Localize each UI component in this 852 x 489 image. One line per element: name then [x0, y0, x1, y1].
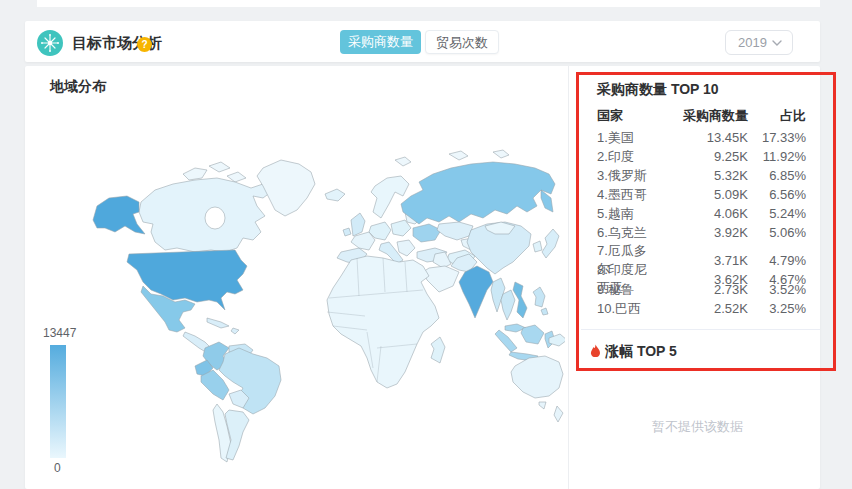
- row-share: 6.56%: [748, 187, 806, 202]
- chevron-down-icon: [772, 40, 782, 46]
- row-count: 5.09K: [658, 187, 748, 202]
- previous-card-bottom-edge: [37, 0, 820, 7]
- col-country: 国家: [597, 107, 658, 125]
- empty-state-text: 暂不提供该数据: [575, 418, 820, 436]
- table-row: 5.越南 4.06K 5.24%: [597, 204, 806, 223]
- row-country: 6.乌克兰: [597, 224, 658, 242]
- map-country-brazil[interactable]: [219, 348, 281, 414]
- map-country-australia[interactable]: [511, 356, 563, 398]
- map-hudson-bay: [205, 207, 225, 229]
- row-count: 13.45K: [658, 130, 748, 145]
- row-share: 3.52%: [748, 282, 806, 297]
- table-row: 9.秘鲁 2.73K 3.52%: [597, 280, 806, 299]
- map-country-japan[interactable]: [542, 229, 559, 258]
- row-count: 2.73K: [658, 282, 748, 297]
- row-count: 3.71K: [658, 253, 748, 268]
- map-country-madagascar[interactable]: [431, 337, 445, 363]
- row-share: 4.79%: [748, 253, 806, 268]
- snowflake-icon: [37, 30, 63, 56]
- map-country-philippines[interactable]: [533, 287, 548, 315]
- row-country: 3.俄罗斯: [597, 167, 658, 185]
- table-row: 6.乌克兰 3.92K 5.06%: [597, 223, 806, 242]
- table-row: 7.厄瓜多尔 3.71K 4.79%: [597, 242, 806, 261]
- table-row: 4.墨西哥 5.09K 6.56%: [597, 185, 806, 204]
- row-country: 5.越南: [597, 205, 658, 223]
- map-country-russia[interactable]: [401, 162, 555, 224]
- map-country-usa-alaska[interactable]: [93, 196, 145, 234]
- row-country: 2.印度: [597, 148, 658, 166]
- dashboard-page: 目标市场分析 ? 采购商数量 贸易次数 2019 地域分布: [0, 0, 852, 489]
- table-row: 10.巴西 2.52K 3.25%: [597, 299, 806, 318]
- map-country-ukraine[interactable]: [413, 224, 441, 242]
- map-country-saudi-arabia[interactable]: [423, 266, 459, 292]
- map-country-indonesia[interactable]: [495, 325, 555, 361]
- map-country-tasmania[interactable]: [539, 402, 546, 409]
- map-country-thailand[interactable]: [501, 290, 515, 320]
- row-share: 6.85%: [748, 168, 806, 183]
- table-row: 2.印度 9.25K 11.92%: [597, 147, 806, 166]
- row-share: 3.25%: [748, 301, 806, 316]
- map-country-kazakhstan[interactable]: [437, 222, 473, 240]
- map-legend-min: 0: [54, 461, 61, 475]
- row-country: 9.秘鲁: [597, 281, 658, 299]
- row-count: 9.25K: [658, 149, 748, 164]
- map-section-title: 地域分布: [50, 78, 106, 96]
- top10-header-row: 国家 采购商数量 占比: [597, 106, 806, 126]
- row-count: 2.52K: [658, 301, 748, 316]
- map-country-greenland[interactable]: [257, 160, 315, 216]
- table-row: 1.美国 13.45K 17.33%: [597, 128, 806, 147]
- table-row: 3.俄罗斯 5.32K 6.85%: [597, 166, 806, 185]
- world-choropleth-map[interactable]: [65, 140, 565, 480]
- col-count: 采购商数量: [658, 107, 748, 125]
- row-country: 4.墨西哥: [597, 186, 658, 204]
- map-legend-gradient: [50, 345, 66, 458]
- map-country-iceland[interactable]: [325, 189, 345, 201]
- module-brand-icon: [37, 30, 63, 56]
- row-country: 10.巴西: [597, 300, 658, 318]
- row-share: 11.92%: [748, 149, 806, 164]
- map-country-new-zealand[interactable]: [554, 406, 563, 422]
- growth-title: 涨幅 TOP 5: [605, 343, 677, 361]
- help-icon[interactable]: ?: [137, 37, 152, 52]
- map-country-iraq[interactable]: [433, 252, 451, 268]
- row-count: 5.32K: [658, 168, 748, 183]
- map-country-korea[interactable]: [533, 241, 542, 252]
- map-country-india[interactable]: [459, 266, 493, 318]
- row-count: 4.06K: [658, 206, 748, 221]
- row-count: 3.92K: [658, 225, 748, 240]
- year-dropdown-value: 2019: [738, 35, 767, 50]
- row-country: 1.美国: [597, 129, 658, 147]
- top10-table: 国家 采购商数量 占比 1.美国 13.45K 17.33% 2.印度 9.25…: [597, 106, 806, 318]
- col-share: 占比: [748, 107, 806, 125]
- growth-section-header: 涨幅 TOP 5: [589, 343, 677, 361]
- map-region-caribbean[interactable]: [207, 318, 239, 334]
- row-share: 5.24%: [748, 206, 806, 221]
- map-legend-max: 13447: [43, 326, 76, 340]
- row-share: 17.33%: [748, 130, 806, 145]
- map-country-uk[interactable]: [343, 213, 365, 236]
- row-share: 5.06%: [748, 225, 806, 240]
- map-region-africa[interactable]: [327, 256, 439, 388]
- tab-buyer-count[interactable]: 采购商数量: [340, 30, 421, 54]
- map-region-balkans[interactable]: [397, 240, 415, 256]
- tab-trade-count[interactable]: 贸易次数: [425, 30, 499, 54]
- flame-icon: [589, 344, 602, 360]
- panel-divider: [568, 66, 569, 489]
- top10-title: 采购商数量 TOP 10: [597, 81, 719, 99]
- section-divider: [581, 329, 820, 330]
- year-dropdown[interactable]: 2019: [725, 30, 793, 55]
